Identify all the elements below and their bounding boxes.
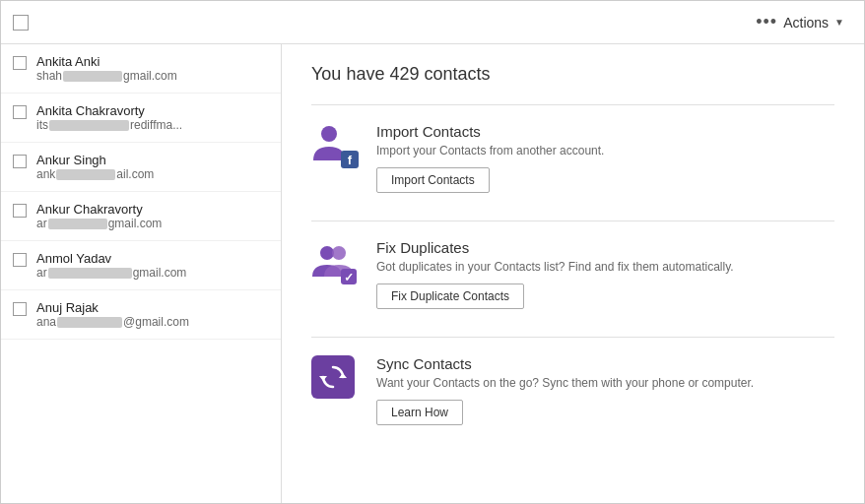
contact-email: shah gmail.com <box>36 69 269 83</box>
top-bar: ••• Actions ▼ <box>1 1 864 44</box>
sync-contacts-title: Sync Contacts <box>376 355 834 372</box>
app-container: ••• Actions ▼ Ankita Anki shah gmail.com… <box>0 0 865 504</box>
svg-point-1 <box>320 246 334 260</box>
sync-contacts-section: Sync Contacts Want your Contacts on the … <box>311 355 834 425</box>
contact-email: ank ail.com <box>36 167 269 181</box>
contact-email: ar gmail.com <box>36 217 269 230</box>
contact-info: Ankur Singh ank ail.com <box>36 153 269 181</box>
fix-duplicates-title: Fix Duplicates <box>376 239 834 256</box>
fix-dup-icon-area: ✓ <box>311 239 361 288</box>
fix-duplicates-description: Got duplicates in your Contacts list? Fi… <box>376 260 834 274</box>
sync-icon-wrap <box>311 355 355 399</box>
contact-item[interactable]: Ankita Chakravorty its rediffma... <box>1 94 281 143</box>
contact-email: ar gmail.com <box>36 266 269 280</box>
main-content: Ankita Anki shah gmail.com Ankita Chakra… <box>1 44 864 503</box>
divider-3 <box>311 337 834 338</box>
right-panel: You have 429 contacts f <box>282 44 864 503</box>
learn-how-button[interactable]: Learn How <box>376 400 463 425</box>
contact-name: Ankur Singh <box>36 153 269 167</box>
contact-name: Ankita Chakravorty <box>36 103 269 118</box>
contact-email: its rediffma... <box>36 118 269 132</box>
sync-icon-area <box>311 355 361 405</box>
contact-email: ana @gmail.com <box>36 315 269 329</box>
contact-item[interactable]: Ankita Anki shah gmail.com <box>1 44 281 94</box>
import-contacts-button[interactable]: Import Contacts <box>376 167 490 193</box>
contact-checkbox[interactable] <box>13 204 27 218</box>
svg-text:✓: ✓ <box>344 271 354 284</box>
contact-item[interactable]: Ankur Singh ank ail.com <box>1 143 281 192</box>
contact-item[interactable]: Anmol Yadav ar gmail.com <box>1 241 281 290</box>
contact-name: Ankita Anki <box>36 54 269 69</box>
contact-checkbox[interactable] <box>13 155 27 168</box>
sync-svg-icon <box>319 363 347 391</box>
divider-2 <box>311 220 834 221</box>
svg-marker-5 <box>339 373 347 378</box>
dots-icon: ••• <box>756 12 777 32</box>
contact-item[interactable]: Anuj Rajak ana @gmail.com <box>1 290 281 340</box>
contact-checkbox[interactable] <box>13 56 27 70</box>
import-icon: f <box>311 123 359 170</box>
divider <box>311 104 834 105</box>
contact-info: Ankita Anki shah gmail.com <box>36 54 269 83</box>
actions-label: Actions <box>783 15 829 31</box>
fix-duplicates-section: ✓ Fix Duplicates Got duplicates in your … <box>311 239 834 309</box>
import-contacts-description: Import your Contacts from another accoun… <box>376 144 834 158</box>
contact-info: Anuj Rajak ana @gmail.com <box>36 300 269 329</box>
contact-name: Ankur Chakravorty <box>36 202 269 217</box>
import-contacts-body: Import Contacts Import your Contacts fro… <box>376 123 834 193</box>
contact-info: Ankur Chakravorty ar gmail.com <box>36 202 269 230</box>
svg-point-2 <box>332 246 346 260</box>
contact-checkbox[interactable] <box>13 105 27 119</box>
fix-duplicates-svg-icon: ✓ <box>311 239 359 286</box>
sync-contacts-description: Want your Contacts on the go? Sync them … <box>376 376 834 390</box>
contacts-list: Ankita Anki shah gmail.com Ankita Chakra… <box>1 44 282 503</box>
contact-checkbox[interactable] <box>13 253 27 267</box>
actions-menu[interactable]: ••• Actions ▼ <box>748 8 852 36</box>
svg-point-0 <box>321 126 337 142</box>
contacts-count-heading: You have 429 contacts <box>311 64 834 85</box>
sync-contacts-body: Sync Contacts Want your Contacts on the … <box>376 355 834 425</box>
svg-marker-6 <box>319 376 327 381</box>
contact-item[interactable]: Ankur Chakravorty ar gmail.com <box>1 192 281 241</box>
select-all-checkbox[interactable] <box>13 15 29 31</box>
fix-duplicates-body: Fix Duplicates Got duplicates in your Co… <box>376 239 834 309</box>
import-icon-area: f <box>311 123 361 172</box>
import-contacts-section: f Import Contacts Import your Contacts f… <box>311 123 834 193</box>
fix-duplicates-button[interactable]: Fix Duplicate Contacts <box>376 284 524 309</box>
contact-name: Anuj Rajak <box>36 300 269 315</box>
contact-checkbox[interactable] <box>13 302 27 316</box>
contact-info: Ankita Chakravorty its rediffma... <box>36 103 269 132</box>
chevron-down-icon: ▼ <box>834 17 844 28</box>
facebook-badge-icon: f <box>341 151 359 168</box>
import-contacts-title: Import Contacts <box>376 123 834 140</box>
contact-name: Anmol Yadav <box>36 251 269 266</box>
contact-info: Anmol Yadav ar gmail.com <box>36 251 269 280</box>
